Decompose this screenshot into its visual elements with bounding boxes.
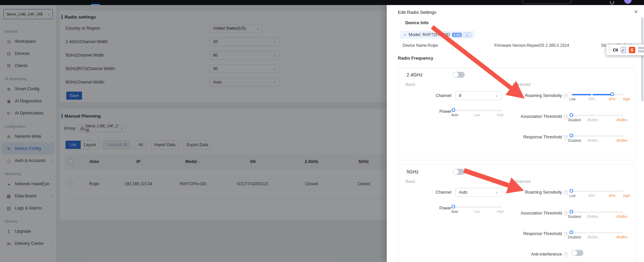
slider-handle[interactable] xyxy=(610,92,614,96)
slider-rail xyxy=(571,115,622,116)
anti-interference-toggle[interactable] xyxy=(571,250,583,256)
help-icon[interactable] xyxy=(564,190,568,195)
search-input[interactable] xyxy=(522,0,572,4)
toggle-knob xyxy=(453,169,458,174)
slider-mark xyxy=(571,94,572,95)
association-threshold-slider[interactable]: Disabled -85dBm -65dBm xyxy=(571,110,622,124)
slider-rail xyxy=(571,232,622,233)
slider-mark xyxy=(488,206,490,208)
slider-mark xyxy=(476,206,478,208)
toggle-knob xyxy=(453,72,458,77)
ime-language-indicator[interactable]: CH xyxy=(613,47,618,53)
active-tab-indicator xyxy=(91,4,100,5)
power-label: Power xyxy=(398,204,451,212)
slider-handle[interactable] xyxy=(452,108,455,112)
screen: Steve_LAB_14F_2排 Network Workspace Devic… xyxy=(0,0,644,262)
close-icon[interactable] xyxy=(634,9,638,14)
sogou-logo-icon[interactable] xyxy=(629,47,635,53)
drawer-title: Edit Radio Settings xyxy=(398,10,437,15)
brand-logo xyxy=(10,1,34,5)
basic-label: Basic xyxy=(406,179,415,184)
drag-handle-icon[interactable] xyxy=(609,46,610,53)
toggle-knob xyxy=(572,250,577,256)
radio-frequency-heading: Radio Frequency xyxy=(398,56,433,61)
roaming-sensitivity-row: Roaming Sensitivity xyxy=(490,188,568,197)
drawer-scrollbar[interactable] xyxy=(641,17,643,101)
response-threshold-row: Response Threshold xyxy=(490,133,568,141)
slider-rail xyxy=(571,135,622,137)
slider-mark xyxy=(622,94,623,95)
association-threshold-slider[interactable]: Disabled -85dBm -65dBm xyxy=(571,207,622,221)
slider-mark xyxy=(622,190,623,192)
slider-mark xyxy=(464,109,466,111)
help-icon[interactable] xyxy=(564,252,568,257)
advanced-label[interactable]: Advanced xyxy=(513,179,530,184)
band-24ghz-toggle[interactable] xyxy=(453,72,465,78)
slider-mark xyxy=(622,135,623,137)
channel-label: Channel xyxy=(398,188,451,197)
slider-rail xyxy=(571,211,622,213)
modal-dim-overlay xyxy=(0,5,387,262)
slider-handle[interactable] xyxy=(570,189,573,193)
slider-mark xyxy=(500,109,501,111)
slider-handle[interactable] xyxy=(570,113,573,117)
help-icon[interactable] xyxy=(564,232,568,236)
help-icon[interactable] xyxy=(564,211,568,216)
band-5ghz-toggle[interactable] xyxy=(453,169,465,175)
user-avatar[interactable] xyxy=(624,0,632,4)
help-icon[interactable] xyxy=(564,114,568,119)
device-name: Device Name:Ruijie xyxy=(403,43,438,48)
channel-label: Channel xyxy=(398,91,451,100)
badge-24g: 2.4G xyxy=(452,33,462,37)
roaming-sensitivity-row: Roaming Sensitivity xyxy=(490,91,568,100)
slider-mark xyxy=(592,114,593,116)
help-icon[interactable] xyxy=(564,94,568,98)
model-label: Model: RAP72Pro-OD xyxy=(409,32,450,37)
band-5ghz-label: 5GHz xyxy=(407,169,419,174)
slider-mark xyxy=(591,94,593,95)
slider-mark xyxy=(622,114,623,116)
band-5ghz-card: 5GHz Basic Advanced Channel Auto Roaming… xyxy=(398,165,636,262)
slider-mark xyxy=(592,232,593,233)
top-nav-bar xyxy=(0,0,644,5)
slider-handle[interactable] xyxy=(570,210,573,214)
band-24ghz-label: 2.4GHz xyxy=(407,72,422,77)
slider-rail xyxy=(571,191,622,192)
ime-wubi-icon[interactable] xyxy=(621,47,626,53)
slider-handle[interactable] xyxy=(570,134,573,137)
slider-mark xyxy=(611,190,613,192)
slider-handle[interactable] xyxy=(452,205,455,208)
response-threshold-slider[interactable]: Disabled -85dBm -65dBm xyxy=(571,228,622,241)
slider-mark xyxy=(622,211,623,213)
anti-interference-row: Anti-interference xyxy=(490,250,568,259)
slider-mark xyxy=(476,109,478,111)
slider-mark xyxy=(500,206,501,208)
power-label: Power xyxy=(398,107,451,116)
device-info-heading: Device Info xyxy=(405,20,428,25)
slider-handle[interactable] xyxy=(570,230,573,234)
edit-radio-settings-drawer: Edit Radio Settings Device Info Model: R… xyxy=(387,5,644,262)
band-24ghz-card: 2.4GHz Basic Advanced Channel 8 Roaming … xyxy=(398,68,636,160)
basic-label: Basic xyxy=(406,82,415,87)
association-threshold-row: Association Threshold xyxy=(490,209,568,218)
advanced-label[interactable]: Advanced xyxy=(513,82,530,87)
firmware-version: Firmware Version:ReyeeOS 2.385.0.2324 xyxy=(494,43,569,48)
slider-mark xyxy=(464,206,466,208)
slider-mark xyxy=(592,135,593,137)
response-threshold-row: Response Threshold xyxy=(490,229,568,238)
roaming-sensitivity-slider[interactable]: Low 40% 80% High xyxy=(571,90,622,103)
slider-mark xyxy=(591,190,593,192)
roaming-sensitivity-slider[interactable]: Low 40% 80% High xyxy=(571,186,622,200)
slider-mark xyxy=(622,232,623,233)
association-threshold-row: Association Threshold xyxy=(490,112,568,121)
device-model-chip[interactable]: Model: RAP72Pro-OD 2.4G 5G xyxy=(400,31,475,39)
help-icon[interactable] xyxy=(564,135,568,139)
slider-mark xyxy=(488,109,490,111)
notification-bell-icon[interactable] xyxy=(610,1,614,4)
slider-mark xyxy=(592,211,593,213)
check-icon xyxy=(404,33,407,37)
ime-toolbar[interactable]: CH xyxy=(606,44,644,56)
ime-more-icons[interactable] xyxy=(638,47,644,53)
badge-5g: 5G xyxy=(464,33,471,37)
response-threshold-slider[interactable]: Disabled -85dBm -65dBm xyxy=(571,131,622,144)
